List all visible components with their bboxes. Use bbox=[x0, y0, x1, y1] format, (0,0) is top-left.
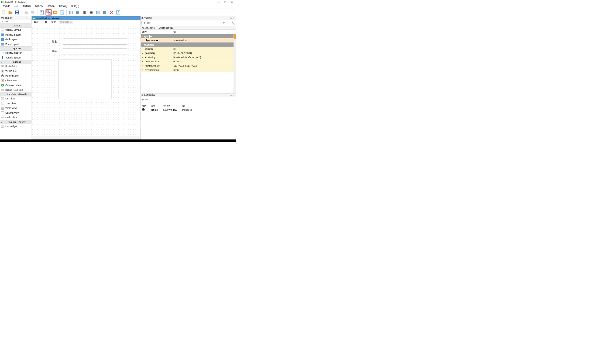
property-col-value[interactable]: 值 bbox=[172, 30, 177, 34]
signal-table-body[interactable]: btnclicked()MainWindowintroduce() bbox=[141, 108, 236, 112]
add-connection-icon[interactable]: + bbox=[142, 98, 144, 102]
property-value[interactable]: 0 x 0 bbox=[172, 68, 236, 72]
property-filter-input[interactable] bbox=[141, 21, 221, 25]
property-row[interactable]: ▸sizeIncrement0 x 0 bbox=[141, 68, 236, 72]
widget-item[interactable]: Radio Button bbox=[0, 74, 32, 78]
open-file-icon[interactable] bbox=[8, 9, 14, 16]
widget-item[interactable]: Horizo...Spacer bbox=[0, 51, 32, 56]
remove-property-icon[interactable]: — bbox=[226, 21, 231, 25]
col-signal[interactable]: 信号 bbox=[149, 104, 162, 108]
property-tree[interactable]: ⌄QObjectobjectNameMainWindow⌄QWidgetenab… bbox=[141, 34, 236, 93]
form-window-titlebar[interactable]: Qt MainWindow - view.ui* bbox=[32, 16, 141, 20]
edit-widgets-icon[interactable] bbox=[39, 9, 45, 16]
label-name[interactable]: 姓名 bbox=[46, 40, 63, 43]
cell-receiver[interactable]: MainWindow bbox=[162, 108, 181, 112]
property-group[interactable]: ⌄QWidget bbox=[141, 43, 236, 47]
dock-close-icon[interactable]: ✕ bbox=[28, 17, 31, 19]
add-property-icon[interactable]: + bbox=[222, 21, 226, 25]
form-menubar[interactable]: 首页 工具 帮助 在这里输入 bbox=[32, 20, 141, 24]
layout-horizontal-icon[interactable] bbox=[68, 9, 74, 16]
menu-window[interactable]: 窗口(W) bbox=[57, 4, 69, 8]
layout-grid-icon[interactable] bbox=[95, 9, 101, 16]
menu-edit[interactable]: Edit bbox=[12, 5, 20, 8]
dock-float-icon[interactable]: ◻ bbox=[25, 17, 28, 19]
edit-signals-icon[interactable] bbox=[46, 9, 52, 16]
remove-connection-icon[interactable]: — bbox=[145, 98, 148, 101]
menu-file[interactable]: 文件(F) bbox=[1, 4, 13, 8]
widget-box-tree[interactable]: ⌄LayoutsVertical LayoutHorizo...LayoutGr… bbox=[0, 24, 32, 142]
widget-box-filter-input[interactable] bbox=[0, 20, 32, 24]
widget-item[interactable]: Check Box bbox=[0, 78, 32, 83]
dock-float-icon[interactable]: ◻ bbox=[229, 17, 232, 19]
widget-item[interactable]: Dialog ...ton Box bbox=[0, 88, 32, 92]
widget-item[interactable]: Vertical Layout bbox=[0, 28, 32, 33]
widget-item[interactable]: OKPush Button bbox=[0, 64, 32, 69]
minimize-icon[interactable]: — bbox=[217, 1, 220, 3]
label-age[interactable]: 年龄 bbox=[46, 50, 63, 53]
property-value[interactable]: [(0, 0), 802 x 517] bbox=[172, 51, 236, 55]
widget-item[interactable]: List Widget bbox=[0, 124, 32, 129]
widget-category[interactable]: ⌄Spacers bbox=[0, 47, 32, 51]
property-col-name[interactable]: 属性 bbox=[141, 30, 172, 34]
menu-view[interactable]: 视图(V) bbox=[33, 4, 44, 8]
menu-help[interactable]: 帮助(H) bbox=[69, 4, 81, 8]
property-value[interactable]: [Preferred, Preferred, 0, 0] bbox=[172, 55, 236, 59]
break-layout-icon[interactable] bbox=[108, 9, 115, 16]
property-group[interactable]: ⌄QObject bbox=[141, 34, 236, 38]
col-slot[interactable]: 槽 bbox=[181, 104, 236, 108]
widget-item[interactable]: Comma...utton bbox=[0, 83, 32, 88]
widget-item[interactable]: List View bbox=[0, 96, 32, 101]
layout-vertical-icon[interactable] bbox=[75, 9, 81, 16]
textarea-widget[interactable] bbox=[59, 60, 112, 99]
widget-item[interactable]: Column View bbox=[0, 110, 32, 115]
dock-close-icon[interactable]: ✕ bbox=[233, 94, 235, 96]
layout-hsplit-icon[interactable] bbox=[81, 9, 88, 16]
menu-form[interactable]: 窗体(O) bbox=[20, 4, 33, 8]
dock-float-icon[interactable]: ◻ bbox=[229, 94, 232, 96]
edit-tab-order-icon[interactable]: 123 bbox=[59, 9, 65, 16]
cell-sender[interactable]: btn bbox=[141, 108, 150, 112]
property-value[interactable]: ☑ bbox=[172, 47, 236, 51]
menu-settings[interactable]: 设置(S) bbox=[45, 4, 57, 8]
edit-buddies-icon[interactable] bbox=[52, 9, 59, 16]
widget-category[interactable]: ⌄Buttons bbox=[0, 60, 32, 64]
form-menu-home[interactable]: 首页 bbox=[33, 20, 39, 24]
new-file-icon[interactable] bbox=[1, 9, 7, 16]
property-row[interactable]: enabled☑ bbox=[141, 47, 236, 51]
property-value[interactable]: 16777215 x 16777215 bbox=[172, 64, 236, 68]
property-row[interactable]: ▸maximumSize16777215 x 16777215 bbox=[141, 64, 236, 68]
maximize-icon[interactable]: ☐ bbox=[224, 1, 227, 3]
cell-signal[interactable]: clicked() bbox=[149, 108, 162, 112]
property-value[interactable]: MainWindow bbox=[172, 38, 236, 43]
layout-form-icon[interactable] bbox=[102, 9, 108, 16]
widget-category[interactable]: ⌄Item Vie...l-Based) bbox=[0, 92, 32, 96]
widget-item[interactable]: Tree View bbox=[0, 101, 32, 106]
property-row[interactable]: ▸sizePolicy[Preferred, Preferred, 0, 0] bbox=[141, 55, 236, 59]
widget-item[interactable]: Table View bbox=[0, 106, 32, 111]
widget-category[interactable]: ⌄Layouts bbox=[0, 24, 32, 28]
widget-item[interactable]: Undo View bbox=[0, 115, 32, 120]
property-scrollbar[interactable] bbox=[234, 34, 236, 93]
widget-item[interactable]: Grid Layout bbox=[0, 37, 32, 42]
widget-item[interactable]: Vertical Spacer bbox=[0, 55, 32, 60]
property-row[interactable]: ▸minimumSize0 x 0 bbox=[141, 59, 236, 64]
widget-category[interactable]: ⌄Item Wi...-Based) bbox=[0, 120, 32, 124]
widget-item[interactable]: Horizo...Layout bbox=[0, 32, 32, 37]
close-icon[interactable]: ✕ bbox=[231, 1, 234, 3]
dock-close-icon[interactable]: ✕ bbox=[233, 17, 235, 19]
bring-front-icon[interactable] bbox=[30, 9, 36, 16]
form-menu-add-placeholder[interactable]: 在这里输入 bbox=[59, 20, 73, 24]
property-value[interactable]: 0 x 0 bbox=[172, 59, 236, 64]
property-row[interactable]: ▸geometry[(0, 0), 802 x 517] bbox=[141, 51, 236, 55]
col-sender[interactable]: 发送者 bbox=[141, 104, 150, 108]
widget-item[interactable]: Form Layout bbox=[0, 42, 32, 47]
cell-slot[interactable]: introduce() bbox=[181, 108, 236, 112]
form-menu-tools[interactable]: 工具 bbox=[42, 20, 48, 24]
form-menu-help[interactable]: 帮助 bbox=[50, 20, 57, 24]
adjust-size-icon[interactable] bbox=[115, 9, 121, 16]
form-canvas[interactable]: 姓名 年龄 bbox=[32, 24, 141, 136]
send-back-icon[interactable] bbox=[23, 9, 29, 16]
input-age[interactable] bbox=[63, 48, 127, 54]
layout-vsplit-icon[interactable] bbox=[88, 9, 94, 16]
configure-icon[interactable]: 🔧 bbox=[231, 21, 235, 25]
